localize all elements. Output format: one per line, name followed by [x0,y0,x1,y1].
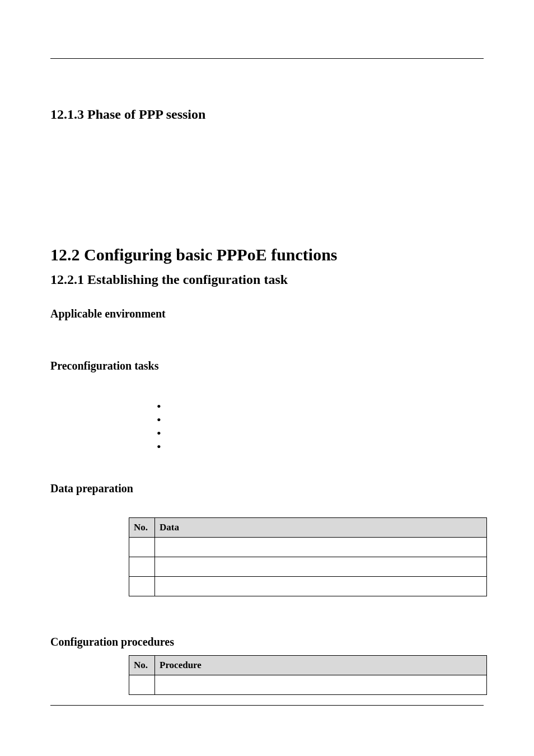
heading-applicable-environment: Applicable environment [50,307,484,320]
page: 12.1.3 Phase of PPP session 12.2 Configu… [0,0,534,756]
cell-procedure [155,675,487,695]
cell-no [129,557,155,577]
cell-no [129,675,155,695]
heading-12-1-3: 12.1.3 Phase of PPP session [50,107,484,122]
heading-data-preparation: Data preparation [50,482,484,495]
data-preparation-table: No. Data [129,517,487,596]
bottom-rule [50,705,484,706]
configuration-procedures-table: No. Procedure [129,655,487,695]
col-header-no: No. [129,518,155,538]
heading-preconfiguration-tasks: Preconfiguration tasks [50,360,484,372]
list-item [157,414,484,427]
heading-configuration-procedures: Configuration procedures [50,636,484,648]
cell-no [129,538,155,557]
table-header-row: No. Procedure [129,656,487,675]
table-row [129,577,487,596]
table-row [129,675,487,695]
cell-no [129,577,155,596]
list-item [157,427,484,441]
top-rule [50,58,484,59]
table-header-row: No. Data [129,518,487,538]
heading-12-2: 12.2 Configuring basic PPPoE functions [50,245,484,264]
list-item [157,400,484,414]
preconfig-bullet-list [134,400,484,454]
table-row [129,538,487,557]
col-header-data: Data [155,518,487,538]
list-item [157,441,484,454]
heading-12-2-1: 12.2.1 Establishing the configuration ta… [50,272,484,287]
cell-data [155,538,487,557]
cell-data [155,577,487,596]
table-row [129,557,487,577]
cell-data [155,557,487,577]
col-header-no: No. [129,656,155,675]
col-header-procedure: Procedure [155,656,487,675]
